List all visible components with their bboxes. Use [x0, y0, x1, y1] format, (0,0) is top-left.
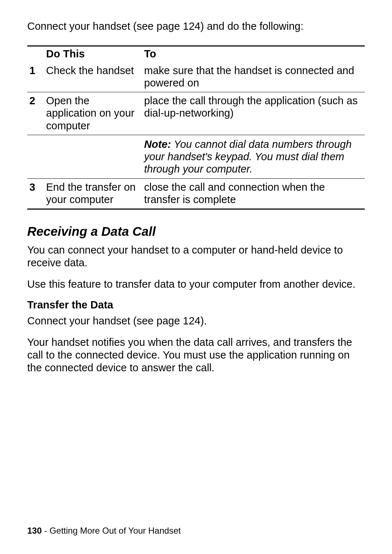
- header-to: To: [140, 46, 365, 62]
- note-text: You cannot dial data numbers through you…: [144, 138, 352, 175]
- intro-paragraph: Connect your handset (see page 124) and …: [27, 20, 365, 33]
- step-number: 1: [27, 62, 42, 92]
- table-note-row: Note: You cannot dial data numbers throu…: [27, 135, 365, 178]
- step-number: 3: [27, 178, 42, 209]
- page-number: 130: [27, 526, 42, 535]
- body-paragraph: Use this feature to transfer data to you…: [27, 278, 365, 291]
- section-heading: Receiving a Data Call: [27, 224, 365, 239]
- step-result: place the call through the application (…: [140, 92, 365, 135]
- body-paragraph: Connect your handset (see page 124).: [27, 315, 365, 327]
- step-action: Check the handset: [42, 62, 140, 92]
- step-result: make sure that the handset is connected …: [140, 62, 365, 92]
- step-action: End the transfer on your computer: [42, 178, 140, 209]
- step-number: 2: [27, 92, 42, 135]
- table-row: 2 Open the application on your computer …: [27, 92, 365, 135]
- body-paragraph: You can connect your handset to a comput…: [27, 244, 365, 269]
- step-note: Note: You cannot dial data numbers throu…: [140, 135, 365, 178]
- footer-title: Getting More Out of Your Handset: [49, 526, 181, 535]
- step-action: Open the application on your computer: [42, 92, 140, 135]
- table-row: 3 End the transfer on your computer clos…: [27, 178, 365, 209]
- header-do-this: Do This: [42, 46, 140, 62]
- note-label: Note:: [144, 138, 171, 150]
- page-footer: 130 - Getting More Out of Your Handset: [27, 526, 181, 536]
- body-paragraph: Your handset notifies you when the data …: [27, 336, 365, 374]
- header-num: [27, 46, 42, 62]
- footer-sep: -: [42, 526, 49, 535]
- subsection-heading: Transfer the Data: [27, 299, 365, 311]
- step-result: close the call and connection when the t…: [140, 178, 365, 209]
- instruction-table: Do This To 1 Check the handset make sure…: [27, 45, 365, 210]
- table-row: 1 Check the handset make sure that the h…: [27, 62, 365, 92]
